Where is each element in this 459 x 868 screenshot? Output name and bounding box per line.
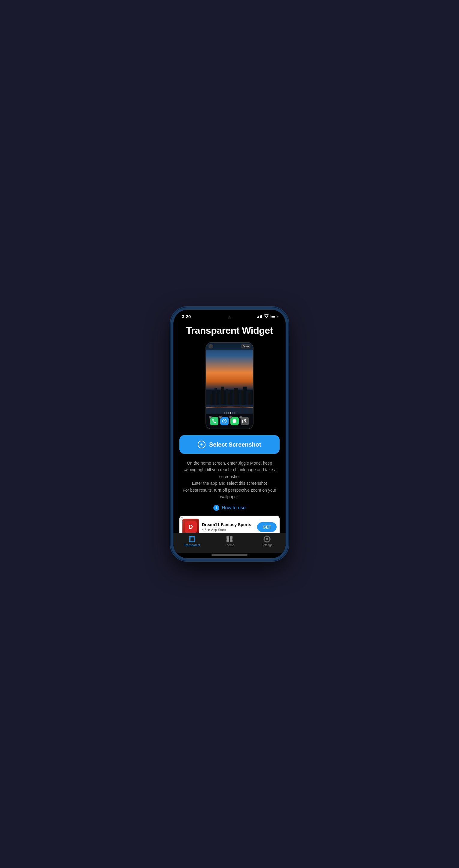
svg-rect-26 <box>189 536 195 542</box>
settings-tab-icon <box>263 535 271 542</box>
dock-icon-whatsapp: − <box>230 417 239 425</box>
svg-rect-27 <box>227 536 229 539</box>
preview-done-button: Done <box>241 344 251 348</box>
tab-settings[interactable]: Settings <box>248 535 286 547</box>
ad-rating: 4.5 ★ App Store <box>202 528 254 532</box>
time-display: 3:20 <box>182 314 191 319</box>
camera-dot <box>228 316 231 319</box>
wifi-icon <box>264 314 269 319</box>
how-to-use-link[interactable]: i How to use <box>213 505 246 511</box>
ad-info: ⓘ <box>181 517 183 521</box>
ad-title: Dream11 Fantasy Sports <box>202 522 254 527</box>
tab-bar: Transparent Theme Settings <box>173 533 286 553</box>
svg-rect-29 <box>227 539 229 542</box>
power-button[interactable] <box>288 358 288 376</box>
how-to-use-label: How to use <box>222 505 246 510</box>
remove-camera: − <box>239 416 242 419</box>
ad-image: D <box>183 519 199 533</box>
tab-theme-label: Theme <box>225 544 234 547</box>
tab-theme[interactable]: Theme <box>211 535 249 547</box>
svg-rect-30 <box>230 539 232 542</box>
remove-whatsapp: − <box>229 416 232 419</box>
ad-get-button[interactable]: GET <box>257 522 276 532</box>
main-content: Transparent Widget <box>173 319 286 533</box>
volume-down-button[interactable] <box>171 370 171 382</box>
status-icons <box>257 314 277 319</box>
tab-settings-label: Settings <box>262 544 272 547</box>
preview-plus-button: + <box>208 344 213 348</box>
info-icon: i <box>213 505 219 511</box>
select-screenshot-button[interactable]: + Select Screenshot <box>179 435 280 454</box>
select-screenshot-label: Select Screenshot <box>209 441 261 448</box>
status-bar: 3:20 <box>173 310 286 319</box>
remove-safari: − <box>219 416 222 419</box>
phone-preview: + Done − − − <box>205 342 254 429</box>
ad-banner: ⓘ ✕ D Dream11 Fantasy Sports 4.5 ★ App S… <box>179 516 280 533</box>
dock-icon-camera: − <box>240 417 249 425</box>
svg-point-25 <box>244 421 245 422</box>
ad-text: Dream11 Fantasy Sports 4.5 ★ App Store <box>202 522 254 532</box>
tab-transparent[interactable]: Transparent <box>173 535 211 547</box>
phone-frame: 3:20 <box>171 307 288 561</box>
volume-up-button[interactable] <box>171 355 171 367</box>
transparent-tab-icon <box>188 535 196 542</box>
preview-dock: − − − − <box>206 413 253 429</box>
home-indicator <box>211 554 248 556</box>
preview-top-bar: + Done <box>206 343 253 350</box>
instructions-text: On the home screen, enter Jiggle Mode, k… <box>179 460 280 500</box>
remove-phone: − <box>209 416 212 419</box>
mute-button[interactable] <box>171 346 171 353</box>
dock-icon-phone: − <box>210 417 219 425</box>
dock-icon-safari: − <box>220 417 229 425</box>
dynamic-island <box>211 313 248 323</box>
signal-icon <box>257 315 262 318</box>
ad-logo: D <box>185 521 197 533</box>
battery-icon <box>271 315 277 318</box>
plus-icon: + <box>198 441 205 448</box>
svg-rect-28 <box>230 536 232 539</box>
app-title: Transparent Widget <box>186 325 273 336</box>
ad-close-area: ⓘ ✕ <box>181 517 183 524</box>
theme-tab-icon <box>226 535 233 542</box>
phone-screen: 3:20 <box>173 310 286 558</box>
cityscape-svg <box>206 372 254 413</box>
ad-close-button[interactable]: ✕ <box>181 521 183 524</box>
tab-transparent-label: Transparent <box>184 544 200 547</box>
